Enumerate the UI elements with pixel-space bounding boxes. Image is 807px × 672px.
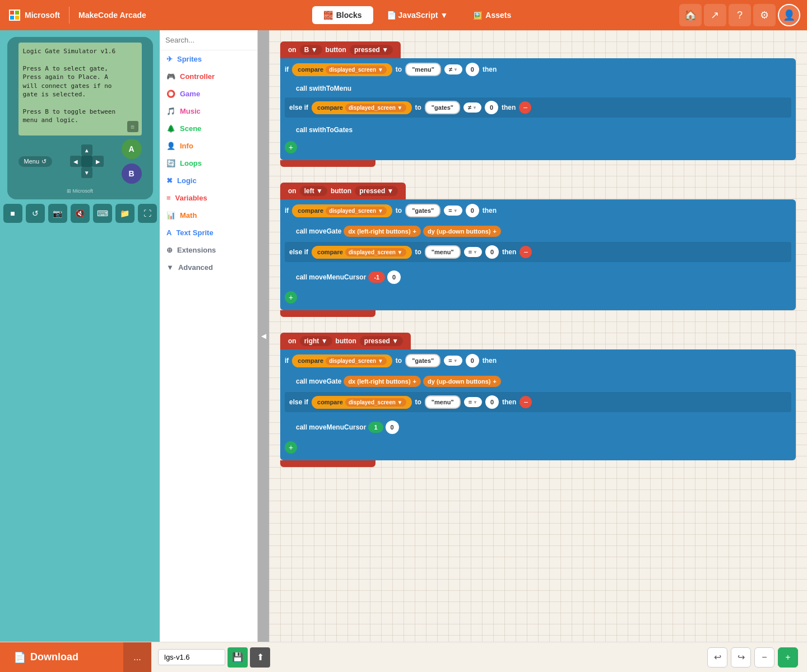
call-wrap-b2: call swithToGates [285, 121, 791, 139]
remove-btn-b[interactable]: − [519, 101, 531, 114]
call-switch-to-menu[interactable]: call swithToMenu [289, 82, 358, 95]
download-more-button[interactable]: ... [123, 642, 151, 673]
elseif-kw-b: else if [289, 104, 308, 111]
keyboard-button[interactable]: ⌨ [93, 204, 112, 223]
zoom-in-button[interactable]: + [778, 647, 798, 668]
redo-button[interactable]: ↪ [731, 647, 751, 668]
left-dropdown[interactable]: left ▼ [300, 186, 327, 196]
advanced-icon: ▼ [166, 263, 174, 272]
call-switch-to-gates[interactable]: call swithToGates [289, 123, 359, 137]
sprites-label: Sprites [177, 55, 202, 63]
sidebar-item-info[interactable]: 👤 Info [160, 137, 257, 155]
help-button[interactable]: ? [729, 4, 751, 26]
call-move-gate-right[interactable]: call moveGate dx (left-right buttons) + … [289, 373, 508, 390]
github-button[interactable]: ⬆ [250, 647, 270, 668]
stop-button[interactable]: ■ [3, 204, 22, 223]
home-button[interactable]: 🏠 [679, 4, 702, 26]
dpad-corner-tr [92, 144, 104, 156]
undo-button[interactable]: ↩ [707, 647, 727, 668]
op-block-elseif-right[interactable]: = ▼ [464, 397, 482, 407]
sidebar-item-scene[interactable]: 🌲 Scene [160, 120, 257, 137]
fullscreen-button[interactable]: ⛶ [138, 204, 157, 223]
displayed-screen-elseif-b[interactable]: displayed_screen ▼ [345, 104, 406, 112]
call-move-gate-left[interactable]: call moveGate dx (left-right buttons) + … [289, 223, 508, 240]
displayed-screen-elseif-left[interactable]: displayed_screen ▼ [345, 248, 406, 256]
displayed-screen-left[interactable]: displayed_screen ▼ [326, 207, 387, 215]
remove-btn-left[interactable]: − [520, 246, 532, 258]
screenshot-button[interactable]: 📷 [48, 204, 67, 223]
save-button[interactable]: 💾 [228, 647, 248, 668]
textsprite-icon: A [166, 228, 171, 237]
gates-string-b: "gates" [425, 101, 460, 114]
dpad-up[interactable]: ▲ [81, 144, 92, 156]
sidebar-item-extensions[interactable]: ⊕ Extensions [160, 241, 257, 259]
button-label-right: button [336, 337, 356, 345]
right-dropdown[interactable]: right ▼ [300, 336, 332, 346]
add-btn-b[interactable]: + [285, 141, 297, 153]
sidebar-item-variables[interactable]: ≡ Variables [160, 189, 257, 207]
zoom-out-button[interactable]: − [754, 647, 774, 668]
download-icon: 📄 [13, 651, 26, 664]
b-button-game[interactable]: B [122, 164, 142, 184]
displayed-screen-elseif-right[interactable]: displayed_screen ▼ [345, 398, 406, 407]
filename-input[interactable] [158, 649, 225, 665]
a-button[interactable]: A [122, 139, 142, 159]
dy-block-left: dy (up-down buttons) + [423, 226, 501, 237]
call-menu-cursor-right[interactable]: call moveMenuCursor 1 0 [289, 418, 406, 437]
minus-one: -1 [368, 272, 385, 283]
user-button[interactable]: 👤 [778, 4, 800, 26]
tab-assets[interactable]: 🖼️ Assets [461, 6, 522, 24]
scene-icon: 🌲 [166, 124, 175, 133]
to-kw-elseif-right: to [415, 398, 421, 406]
collapse-handle[interactable]: ◀ [258, 30, 269, 642]
math-icon: 📊 [166, 211, 175, 220]
sidebar-item-controller[interactable]: 🎮 Controller [160, 68, 257, 85]
dpad-right[interactable]: ▶ [92, 156, 104, 167]
to-kw-left: to [396, 207, 402, 214]
share-button[interactable]: ↗ [704, 4, 726, 26]
dpad-center[interactable] [81, 156, 92, 167]
dpad-left[interactable]: ◀ [70, 156, 81, 167]
add-btn-left[interactable]: + [285, 291, 297, 304]
displayed-screen-right[interactable]: displayed_screen ▼ [326, 357, 387, 365]
op-block-left[interactable]: = ▼ [444, 206, 462, 216]
main-canvas[interactable]: on B ▼ button pressed ▼ if compare displ… [269, 30, 807, 642]
tab-blocks[interactable]: 🧱 Blocks [312, 6, 373, 24]
block-header-b[interactable]: on B ▼ button pressed ▼ [280, 41, 401, 58]
b-dropdown[interactable]: B ▼ [300, 45, 322, 55]
pressed-dropdown-left[interactable]: pressed ▼ [355, 186, 398, 196]
sidebar-item-game[interactable]: ⭕ Game [160, 85, 257, 102]
settings2-button[interactable]: 📁 [115, 204, 134, 223]
sidebar-item-textsprite[interactable]: A Text Sprite [160, 224, 257, 241]
elseif-kw-right: else if [289, 398, 308, 406]
sidebar-item-math[interactable]: 📊 Math [160, 207, 257, 224]
settings-button[interactable]: ⚙ [753, 4, 776, 26]
mute-button[interactable]: 🔇 [71, 204, 90, 223]
restart-button[interactable]: ↺ [26, 204, 45, 223]
menu-button[interactable]: Menu ↺ [18, 156, 53, 167]
op-block-elseif-left[interactable]: = ▼ [464, 247, 482, 257]
add-btn-right[interactable]: + [285, 441, 297, 454]
op-block-right[interactable]: = ▼ [444, 356, 462, 366]
sidebar-item-advanced[interactable]: ▼ Advanced [160, 259, 257, 276]
sidebar-item-logic[interactable]: ✖ Logic [160, 172, 257, 189]
op-block-b[interactable]: ≠ ▼ [444, 64, 462, 74]
sidebar-item-music[interactable]: 🎵 Music [160, 102, 257, 120]
sidebar-item-loops[interactable]: 🔄 Loops [160, 155, 257, 172]
block-header-left[interactable]: on left ▼ button pressed ▼ [280, 183, 406, 199]
block-header-right[interactable]: on right ▼ button pressed ▼ [280, 333, 411, 349]
pressed-dropdown-b[interactable]: pressed ▼ [350, 45, 393, 55]
info-label: Info [180, 142, 193, 150]
dpad-down[interactable]: ▼ [81, 167, 92, 178]
nav-tabs: 🧱 Blocks 📄 JavaScript ▼ 🖼️ Assets [312, 6, 523, 24]
sidebar-item-sprites[interactable]: ✈ Sprites [160, 50, 257, 68]
download-button[interactable]: 📄 Download [0, 642, 123, 673]
extensions-label: Extensions [177, 246, 216, 254]
remove-btn-right[interactable]: − [520, 396, 532, 408]
displayed-screen-dropdown-b[interactable]: displayed_screen ▼ [326, 66, 387, 74]
tab-javascript[interactable]: 📄 JavaScript ▼ [375, 6, 460, 24]
pressed-dropdown-right[interactable]: pressed ▼ [360, 336, 403, 346]
call-menu-cursor-left[interactable]: call moveMenuCursor -1 0 [289, 268, 407, 287]
op-block-elseif-b[interactable]: ≠ ▼ [463, 102, 481, 113]
search-input[interactable] [165, 36, 258, 44]
